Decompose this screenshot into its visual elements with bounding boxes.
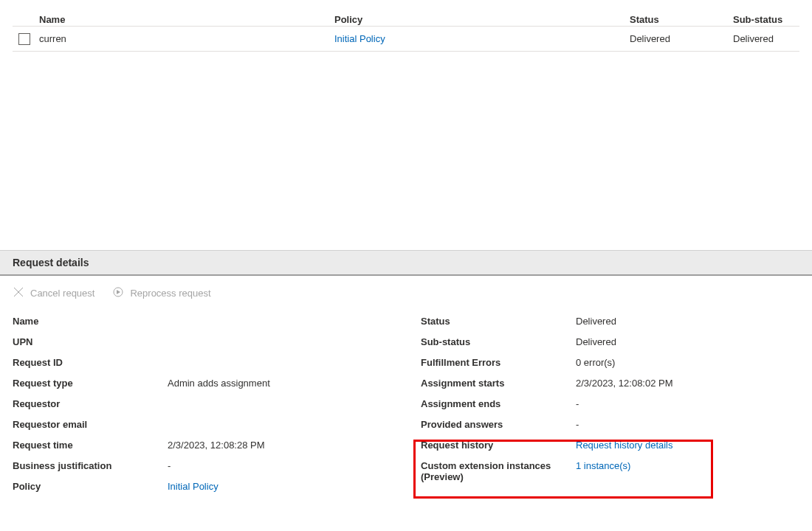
answers-label: Provided answers [421,419,576,430]
requesttype-label: Request type [13,378,168,389]
column-substatus[interactable]: Sub-status [733,14,799,25]
ends-value: - [576,398,579,409]
custom-instances-link[interactable]: 1 instance(s) [576,460,630,471]
details-panel-title: Request details [0,250,812,276]
table-header: Name Policy Status Sub-status [13,0,799,27]
history-link[interactable]: Request history details [576,440,673,451]
custom-label: Custom extension instances (Preview) [421,460,576,482]
bizjust-value: - [168,460,171,471]
row-status: Delivered [630,33,733,44]
close-icon [13,286,24,300]
row-name: curren [39,33,334,44]
answers-value: - [576,419,579,430]
cancel-request-label: Cancel request [30,288,94,299]
requestor-label: Requestor [13,398,168,409]
status-label: Status [421,316,576,327]
requesttime-value: 2/3/2023, 12:08:28 PM [168,440,265,451]
bizjust-label: Business justification [13,460,168,471]
substatus-value: Delivered [576,336,616,347]
requestoremail-label: Requestor email [13,419,168,430]
name-label: Name [13,316,168,327]
starts-label: Assignment starts [421,378,576,389]
cancel-request-button: Cancel request [13,286,94,300]
upn-label: UPN [13,336,168,347]
reprocess-request-label: Reprocess request [130,288,210,299]
reprocess-icon [112,286,124,300]
requestid-label: Request ID [13,357,168,368]
row-policy-link[interactable]: Initial Policy [334,33,385,44]
starts-value: 2/3/2023, 12:08:02 PM [576,378,673,389]
column-status[interactable]: Status [630,14,733,25]
table-row[interactable]: curren Initial Policy Delivered Delivere… [13,27,799,52]
errors-value: 0 error(s) [576,357,615,368]
column-policy[interactable]: Policy [334,14,630,25]
status-value: Delivered [576,316,616,327]
reprocess-request-button: Reprocess request [112,286,210,300]
policy-link[interactable]: Initial Policy [168,481,219,492]
history-label: Request history [421,440,576,451]
requesttype-value: Admin adds assignment [168,378,270,389]
column-name[interactable]: Name [39,14,334,25]
policy-label: Policy [13,481,168,492]
row-checkbox[interactable] [18,33,30,45]
errors-label: Fulfillment Errors [421,357,576,368]
ends-label: Assignment ends [421,398,576,409]
row-substatus: Delivered [733,33,799,44]
substatus-label: Sub-status [421,336,576,347]
requesttime-label: Request time [13,440,168,451]
